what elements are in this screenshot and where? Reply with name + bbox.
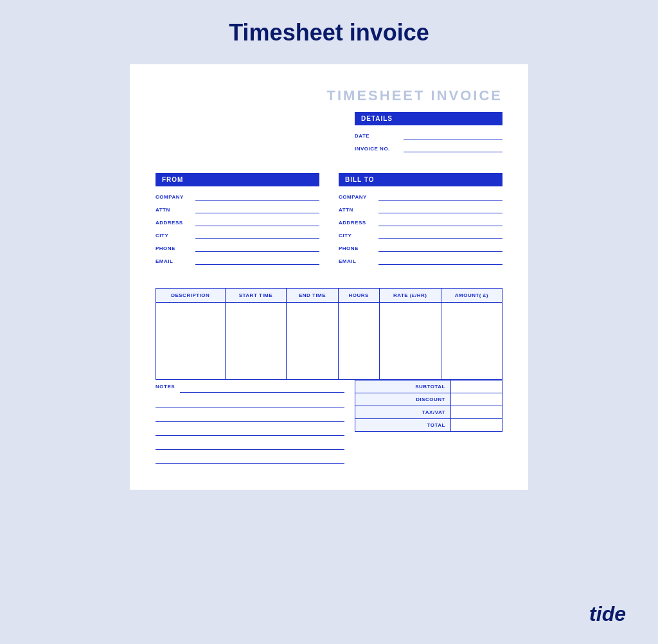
subtotal-label: SUBTOTAL xyxy=(355,380,451,393)
billto-phone-row: PHONE xyxy=(339,244,502,252)
table-row xyxy=(156,303,502,380)
notes-line-5 xyxy=(156,456,344,464)
from-section: FROM COMPANY ATTN ADDRESS CITY PHONE xyxy=(156,173,319,270)
from-address-line xyxy=(195,219,319,226)
billto-attn-label: ATTN xyxy=(339,207,375,213)
from-email-line xyxy=(195,257,319,265)
billto-address-line xyxy=(378,219,502,226)
details-box: DETAILS DATE INVOICE NO. xyxy=(355,112,502,157)
discount-row: DISCOUNT xyxy=(355,393,502,406)
date-line xyxy=(404,132,502,139)
taxvat-row: TAX/VAT xyxy=(355,406,502,419)
billto-address-row: ADDRESS xyxy=(339,219,502,226)
billto-city-line xyxy=(378,231,502,239)
notes-line-2 xyxy=(156,414,344,422)
taxvat-label: TAX/VAT xyxy=(355,406,451,419)
billto-email-line xyxy=(378,257,502,265)
from-attn-line xyxy=(195,206,319,213)
notes-line-1 xyxy=(156,400,344,407)
cell-start-time xyxy=(225,303,287,380)
taxvat-value xyxy=(451,406,502,419)
from-attn-label: ATTN xyxy=(156,207,191,213)
from-address-label: ADDRESS xyxy=(156,220,191,226)
from-attn-row: ATTN xyxy=(156,206,319,213)
notes-line-4 xyxy=(156,442,344,450)
page-title: Timesheet invoice xyxy=(229,19,429,46)
invoice-no-field-row: INVOICE NO. xyxy=(355,145,502,152)
from-phone-label: PHONE xyxy=(156,246,191,251)
from-billto-section: FROM COMPANY ATTN ADDRESS CITY PHONE xyxy=(156,173,502,270)
from-address-row: ADDRESS xyxy=(156,219,319,226)
invoice-card: TIMESHEET INVOICE DETAILS DATE INVOICE N… xyxy=(130,64,528,490)
col-amount: AMOUNT( £) xyxy=(441,289,502,303)
summary-section: SUBTOTAL DISCOUNT TAX/VAT TOTAL xyxy=(355,380,502,464)
col-start-time: START TIME xyxy=(225,289,287,303)
cell-hours xyxy=(338,303,379,380)
from-company-row: COMPANY xyxy=(156,193,319,201)
total-value xyxy=(451,419,502,432)
from-phone-line xyxy=(195,244,319,252)
discount-value xyxy=(451,393,502,406)
from-phone-row: PHONE xyxy=(156,244,319,252)
billto-email-row: EMAIL xyxy=(339,257,502,265)
tide-brand-logo: tide xyxy=(589,602,626,626)
from-company-line xyxy=(195,193,319,201)
timesheet-table: DESCRIPTION START TIME END TIME HOURS RA… xyxy=(156,288,502,380)
summary-table: SUBTOTAL DISCOUNT TAX/VAT TOTAL xyxy=(355,380,502,432)
cell-description xyxy=(156,303,226,380)
cell-rate xyxy=(379,303,441,380)
billto-email-label: EMAIL xyxy=(339,258,375,264)
total-row: TOTAL xyxy=(355,419,502,432)
notes-line-3 xyxy=(156,428,344,436)
col-hours: HOURS xyxy=(338,289,379,303)
billto-attn-line xyxy=(378,206,502,213)
discount-label: DISCOUNT xyxy=(355,393,451,406)
invoice-watermark: TIMESHEET INVOICE xyxy=(156,87,502,112)
date-label: DATE xyxy=(355,133,400,139)
from-company-label: COMPANY xyxy=(156,194,191,200)
cell-amount xyxy=(441,303,502,380)
billto-address-label: ADDRESS xyxy=(339,220,375,226)
details-header: DETAILS xyxy=(355,112,502,125)
total-label: TOTAL xyxy=(355,419,451,432)
col-rate: RATE (£/HR) xyxy=(379,289,441,303)
from-city-line xyxy=(195,231,319,239)
bottom-section: NOTES SUBTOTAL DISCOUNT xyxy=(156,380,502,464)
from-city-row: CITY xyxy=(156,231,319,239)
billto-phone-line xyxy=(378,244,502,252)
invoice-no-label: INVOICE NO. xyxy=(355,146,400,152)
notes-section: NOTES xyxy=(156,380,344,464)
from-header: FROM xyxy=(156,173,319,186)
details-section: DETAILS DATE INVOICE NO. xyxy=(156,112,502,157)
from-email-label: EMAIL xyxy=(156,258,191,264)
from-email-row: EMAIL xyxy=(156,257,319,265)
invoice-no-line xyxy=(404,145,502,152)
billto-company-line xyxy=(378,193,502,201)
notes-lines xyxy=(156,400,344,464)
billto-company-label: COMPANY xyxy=(339,194,375,200)
billto-city-label: CITY xyxy=(339,233,375,238)
billto-city-row: CITY xyxy=(339,231,502,239)
subtotal-row: SUBTOTAL xyxy=(355,380,502,393)
col-end-time: END TIME xyxy=(287,289,338,303)
date-field-row: DATE xyxy=(355,132,502,139)
from-city-label: CITY xyxy=(156,233,191,238)
billto-company-row: COMPANY xyxy=(339,193,502,201)
bill-to-section: BILL TO COMPANY ATTN ADDRESS CITY PHONE xyxy=(339,173,502,270)
billto-phone-label: PHONE xyxy=(339,246,375,251)
bill-to-header: BILL TO xyxy=(339,173,502,186)
billto-attn-row: ATTN xyxy=(339,206,502,213)
col-description: DESCRIPTION xyxy=(156,289,226,303)
notes-label: NOTES xyxy=(156,384,175,389)
subtotal-value xyxy=(451,380,502,393)
cell-end-time xyxy=(287,303,338,380)
